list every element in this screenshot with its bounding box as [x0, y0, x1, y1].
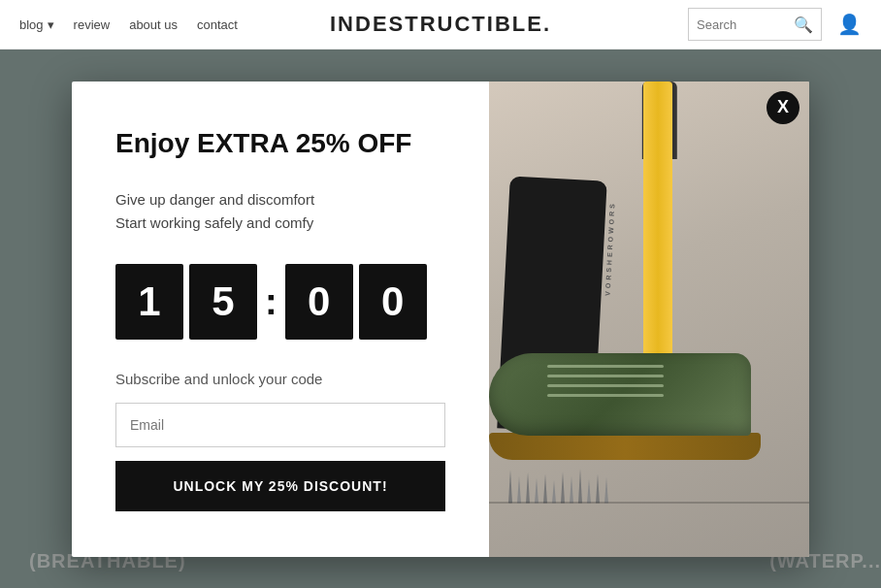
nail-5: [543, 474, 547, 504]
nav-item-contact[interactable]: contact: [197, 17, 238, 32]
subscribe-text: Subscribe and unlock your code: [115, 371, 322, 387]
shoe-sole: [489, 433, 761, 460]
nail-12: [604, 477, 608, 504]
nav-item-about[interactable]: about us: [129, 17, 178, 32]
lace-3: [547, 384, 664, 387]
header-right: 🔍 👤: [688, 8, 862, 41]
nail-3: [526, 473, 530, 504]
nail-7: [561, 472, 565, 504]
nail-9: [578, 469, 582, 504]
modal-popup: X Enjoy EXTRA 25% OFF Give up danger and…: [72, 82, 809, 557]
countdown-digit-4: 0: [359, 264, 427, 340]
lace-4: [547, 394, 664, 397]
background-content: (BREATHABLE) (WATERP... X Enjoy EXTRA 25…: [0, 49, 881, 588]
header-nav-left: blog ▾ review about us contact: [19, 17, 238, 32]
lace-1: [547, 365, 664, 368]
cta-button[interactable]: UNLOCK MY 25% DISCOUNT!: [115, 461, 445, 511]
shoe-container: [489, 353, 770, 470]
modal-title-prefix: Enjoy EXTRA: [115, 128, 288, 158]
lace-2: [547, 375, 664, 377]
search-box[interactable]: 🔍: [688, 8, 822, 41]
nails-ground: [508, 469, 608, 504]
countdown-timer: 1 5 : 0 0: [115, 264, 427, 340]
user-icon[interactable]: 👤: [837, 13, 862, 36]
nail-1: [508, 470, 512, 504]
site-logo[interactable]: INDESTRUCTIBLE.: [330, 12, 551, 37]
modal-subtitle: Give up danger and discomfort Start work…: [115, 188, 314, 235]
countdown-colon: :: [263, 281, 279, 323]
shoe-scene: VORSHEROWORS: [489, 82, 809, 557]
nail-10: [587, 479, 591, 504]
countdown-digit-3: 0: [285, 264, 353, 340]
shoe-upper: [489, 353, 751, 436]
modal-close-button[interactable]: X: [767, 91, 799, 124]
tool-handle: [643, 82, 672, 373]
nail-2: [517, 476, 521, 504]
nail-8: [570, 476, 573, 504]
header: blog ▾ review about us contact INDESTRUC…: [0, 0, 881, 49]
countdown-digit-2: 5: [189, 264, 257, 340]
nav-item-blog[interactable]: blog ▾: [19, 17, 54, 32]
modal-right-panel: VORSHEROWORS: [489, 82, 809, 557]
nav-item-review[interactable]: review: [74, 17, 111, 32]
modal-subtitle-line2: Start working safely and comfy: [115, 214, 313, 231]
email-input[interactable]: [115, 403, 445, 447]
brand-text-vertical: VORSHEROWORS: [604, 200, 616, 295]
search-button[interactable]: 🔍: [794, 16, 813, 34]
nail-11: [596, 474, 600, 504]
modal-left-panel: Enjoy EXTRA 25% OFF Give up danger and d…: [72, 82, 489, 557]
modal-title-highlight: 25% OFF: [296, 128, 412, 158]
background-page: blog ▾ review about us contact INDESTRUC…: [0, 0, 881, 588]
countdown-digit-1: 1: [115, 264, 183, 340]
search-input[interactable]: [697, 17, 794, 32]
blog-nav-label: blog: [19, 17, 44, 32]
shoe-laces: [547, 365, 664, 413]
modal-subtitle-line1: Give up danger and discomfort: [115, 191, 314, 208]
modal-title: Enjoy EXTRA 25% OFF: [115, 126, 411, 161]
blog-chevron-icon: ▾: [48, 17, 54, 32]
nail-6: [552, 480, 556, 504]
nail-4: [535, 478, 538, 504]
modal-overlay[interactable]: X Enjoy EXTRA 25% OFF Give up danger and…: [0, 49, 881, 588]
ground-line: [489, 502, 809, 504]
